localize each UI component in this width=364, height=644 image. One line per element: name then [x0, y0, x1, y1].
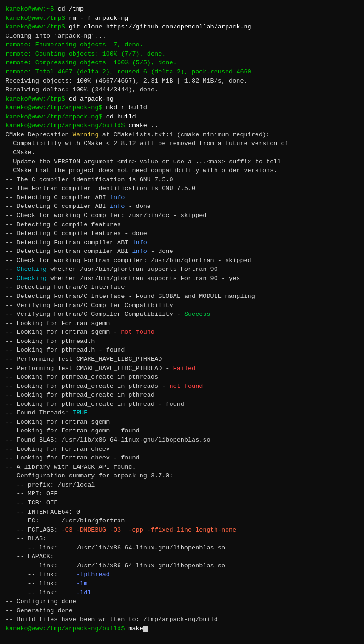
terminal-line: -- INTERFACE64: 0	[6, 508, 358, 517]
terminal-line: -- Detecting C compiler ABI info - done	[6, 202, 358, 211]
terminal-text-plain: -- LAPACK:	[6, 553, 54, 560]
terminal-line: -- Detecting Fortran compiler ABI info -…	[6, 247, 358, 256]
terminal-line: -- Detecting C compiler ABI info	[6, 193, 358, 202]
terminal-text-lm-blue: -lm	[76, 580, 87, 587]
terminal-line: -- Detecting Fortran compiler ABI info	[6, 238, 358, 247]
terminal-text-prompt: kaneko@www:/tmp$	[6, 95, 69, 102]
terminal-text-remote-green: remote: Compressing objects: 100% (5/5),…	[6, 59, 177, 66]
terminal-text-cmd: cd /tmp	[57, 6, 84, 12]
terminal-text-flags-red: -O3 -DNDEBUG -O3 -cpp -ffixed-line-lengt…	[62, 526, 237, 533]
terminal-line: -- Found BLAS: /usr/lib/x86_64-linux-gnu…	[6, 436, 358, 445]
terminal-output: kaneko@www:~$ cd /tmpkaneko@www:/tmp$ rm…	[6, 5, 358, 633]
terminal-text-warn-yellow: Warning	[73, 131, 99, 138]
terminal-line: -- FC: /usr/bin/gfortran	[6, 516, 358, 526]
terminal-text-plain: -- A library with LAPACK API found.	[6, 464, 136, 470]
terminal-line: remote: Enumerating objects: 7, done.	[6, 40, 358, 50]
terminal-text-plain: - done	[125, 203, 151, 210]
terminal-text-plain: Resolving deltas: 100% (3444/3444), done…	[6, 86, 158, 93]
terminal-text-plain: -- Check for working C compiler: /usr/bi…	[6, 212, 206, 219]
terminal-text-plain: -- Detecting Fortran/C Interface	[6, 284, 125, 291]
terminal-text-plain: -- Configuring done	[6, 598, 76, 605]
terminal-text-plain: -- link:	[6, 571, 76, 578]
terminal-line: kaneko@www:/tmp/arpack-ng$ cd build	[6, 112, 358, 122]
terminal-line: -- Configuration summary for arpack-ng-3…	[6, 471, 358, 481]
terminal-text-cmd: git clone https://github.com/opencollab/…	[69, 23, 251, 30]
terminal-text-plain: -- Found BLAS: /usr/lib/x86_64-linux-gnu…	[6, 437, 210, 443]
terminal-text-prompt: kaneko@www:~$	[6, 6, 57, 12]
terminal-line: -- link: -lm	[6, 579, 358, 588]
terminal-line: -- Check for working C compiler: /usr/bi…	[6, 211, 358, 220]
terminal-text-plain: -- Looking for Fortran sgemm	[6, 320, 110, 327]
terminal-line: -- link: -lpthread	[6, 570, 358, 579]
terminal-line: Cloning into 'arpack-ng'...	[6, 32, 358, 41]
terminal-text-plain: -- link:	[6, 589, 76, 596]
terminal-text-plain: -- Looking for pthread_create in pthread…	[6, 383, 169, 390]
terminal-line: -- Looking for Fortran sgemm - not found	[6, 328, 358, 337]
terminal-text-plain: -- Found Threads:	[6, 409, 73, 416]
terminal-text-plain: -- ICB: OFF	[6, 499, 57, 506]
terminal-text-plain: -- Verifying Fortran/C Compiler Compatib…	[6, 302, 173, 309]
terminal-text-prompt: kaneko@www:/tmp$	[6, 15, 69, 22]
terminal-text-failed-red: Failed	[173, 365, 196, 372]
terminal-text-plain: -- Build files have been written to: /tm…	[6, 616, 218, 623]
terminal-line: -- Build files have been written to: /tm…	[6, 615, 358, 624]
terminal-text-plain: -- Looking for pthread.h - found	[6, 347, 125, 353]
terminal-text-cmd: rm -rf arpack-ng	[69, 15, 129, 22]
terminal-text-plain: CMake that the project does not need com…	[6, 167, 277, 174]
terminal-text-prompt: kaneko@www:/tmp/arpack-ng$	[6, 104, 106, 111]
terminal-text-cmd: cd build	[106, 113, 136, 120]
terminal-line: -- Looking for pthread.h	[6, 337, 358, 346]
terminal-line: -- Performing Test CMAKE_HAVE_LIBC_PTHRE…	[6, 355, 358, 364]
terminal-line: -- Checking whether /usr/bin/gfortran su…	[6, 274, 358, 283]
terminal-line: -- BLAS:	[6, 534, 358, 543]
terminal-line: -- Performing Test CMAKE_HAVE_LIBC_PTHRE…	[6, 364, 358, 373]
terminal-line: -- ICB: OFF	[6, 498, 358, 508]
terminal-text-plain: -- BLAS:	[6, 535, 46, 542]
terminal-line: -- The C compiler identification is GNU …	[6, 175, 358, 185]
terminal-text-plain: at CMakeLists.txt:1 (cmake_minimum_requi…	[99, 131, 270, 138]
terminal-text-plain: Compatibility with CMake < 2.8.12 will b…	[6, 140, 289, 147]
terminal-text-plain: Receiving objects: 100% (4667/4667), 2.3…	[6, 78, 248, 84]
terminal-text-plain: -- Detecting Fortran compiler ABI	[6, 248, 132, 255]
terminal-text-plain: -- Looking for pthread_create in pthread…	[6, 374, 158, 381]
terminal-line: -- prefix: /usr/local	[6, 481, 358, 490]
terminal-text-notfound-red: not found	[121, 329, 154, 336]
terminal-text-info-blue: info	[132, 239, 147, 246]
terminal-text-plain: -- Looking for pthread_create in pthread…	[6, 401, 184, 408]
cursor	[143, 626, 148, 632]
terminal-text-plain: -- FCFLAGS:	[6, 526, 62, 533]
terminal-text-remote-green: remote: Counting objects: 100% (7/7), do…	[6, 50, 165, 57]
terminal-line: -- Detecting C compile features - done	[6, 229, 358, 238]
terminal-line: CMake that the project does not need com…	[6, 166, 358, 175]
terminal-line: kaneko@www:/tmp/arpack-ng/build$ cmake .…	[6, 121, 358, 130]
terminal-line: -- Looking for Fortran cheev - found	[6, 454, 358, 463]
terminal-text-plain: -- Looking for Fortran sgemm -	[6, 329, 121, 336]
terminal-text-info-blue: info	[110, 203, 125, 210]
terminal-line: -- Looking for Fortran sgemm - found	[6, 426, 358, 436]
terminal-line: remote: Counting objects: 100% (7/7), do…	[6, 50, 358, 59]
terminal-text-plain: CMake Deprecation	[6, 131, 73, 138]
terminal-text-plain: -- INTERFACE64: 0	[6, 509, 80, 515]
terminal-line: -- Verifying Fortran/C Compiler Compatib…	[6, 301, 358, 310]
terminal-line: -- A library with LAPACK API found.	[6, 463, 358, 472]
terminal-text-remote-special: remote: Total 4667 (delta 2), reused 6 (…	[6, 68, 251, 75]
terminal-line: CMake Deprecation Warning at CMakeLists.…	[6, 130, 358, 140]
terminal-text-plain: - done	[147, 248, 173, 255]
terminal-text-cmd: mkdir build	[106, 104, 147, 111]
terminal-line: kaneko@www:/tmp/arpack-ng$ mkdir build	[6, 103, 358, 112]
terminal-text-checking-cyan: Checking	[17, 275, 46, 282]
terminal-text-plain: -- Generating done	[6, 607, 73, 614]
terminal-line: -- Looking for pthread_create in pthread…	[6, 373, 358, 382]
terminal-text-plain: -- Detecting C compile features	[6, 221, 121, 228]
terminal-text-plain: -- Detecting C compiler ABI	[6, 194, 110, 201]
terminal-text-plain: -- The C compiler identification is GNU …	[6, 176, 173, 183]
terminal-line: Compatibility with CMake < 2.8.12 will b…	[6, 139, 358, 148]
terminal-line: -- Looking for pthread_create in pthread	[6, 391, 358, 400]
terminal-text-ldl-blue: -ldl	[76, 589, 91, 596]
terminal-line: -- Generating done	[6, 606, 358, 616]
terminal-text-cmd: cmake ..	[128, 122, 158, 129]
terminal-text-prompt: kaneko@www:/tmp/arpack-ng/build$	[6, 625, 128, 632]
terminal-line: Update the VERSION argument <min> value …	[6, 157, 358, 167]
terminal-line: kaneko@www:/tmp$ rm -rf arpack-ng	[6, 14, 358, 23]
terminal-text-plain: -- MPI: OFF	[6, 490, 57, 497]
